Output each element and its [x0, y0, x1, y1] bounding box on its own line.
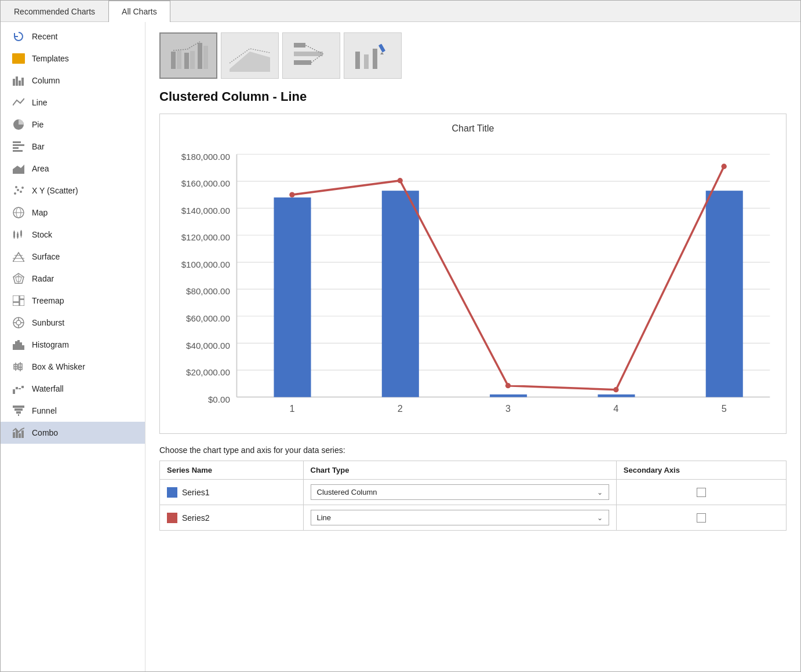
svg-rect-73 [294, 52, 323, 56]
svg-rect-55 [19, 388, 21, 389]
svg-text:$20,000.00: $20,000.00 [186, 367, 230, 377]
svg-marker-25 [13, 253, 24, 262]
svg-rect-74 [294, 43, 305, 48]
sidebar-label-stock: Stock [32, 230, 52, 239]
svg-rect-53 [13, 389, 15, 394]
line-point-2 [398, 178, 403, 183]
templates-icon [12, 52, 25, 65]
treemap-icon [12, 294, 25, 307]
svg-rect-60 [18, 414, 19, 416]
sidebar-item-sunburst[interactable]: Sunburst [1, 312, 145, 334]
sidebar-label-pie: Pie [32, 120, 43, 129]
svg-rect-54 [16, 387, 18, 389]
surface-icon [12, 250, 25, 263]
sidebar-item-map[interactable]: Map [1, 202, 145, 224]
svg-rect-46 [22, 345, 24, 350]
sidebar-label-sunburst: Sunburst [32, 318, 64, 327]
boxwhisker-icon [12, 360, 25, 373]
col-header-secondary-axis: Secondary Axis [616, 461, 786, 480]
svg-rect-57 [13, 406, 24, 408]
sidebar-item-waterfall[interactable]: Waterfall [1, 378, 145, 400]
combo-chart-svg: $180,000.00 $160,000.00 $140,000.00 $120… [169, 141, 777, 424]
sidebar-item-recent[interactable]: Recent [1, 25, 145, 48]
sidebar-item-boxwhisker[interactable]: Box & Whisker [1, 356, 145, 378]
area-icon [12, 162, 25, 175]
tab-recommended[interactable]: Recommended Charts [1, 1, 108, 22]
bar-s1-1 [274, 198, 311, 397]
sidebar-item-histogram[interactable]: Histogram [1, 334, 145, 356]
sidebar-item-line[interactable]: Line [1, 92, 145, 114]
thumb-stacked-area[interactable] [221, 32, 279, 79]
svg-marker-79 [380, 52, 384, 54]
series1-color-swatch [167, 487, 177, 498]
sidebar-label-waterfall: Waterfall [32, 384, 64, 393]
sidebar-label-area: Area [32, 164, 49, 173]
svg-rect-64 [21, 430, 24, 438]
sidebar-item-pie[interactable]: Pie [1, 114, 145, 136]
bar-s1-5 [706, 191, 743, 397]
tab-all-charts[interactable]: All Charts [108, 1, 170, 22]
sidebar-item-stock[interactable]: Stock [1, 224, 145, 246]
sidebar-item-scatter[interactable]: X Y (Scatter) [1, 180, 145, 202]
svg-rect-65 [171, 52, 176, 69]
sidebar-item-treemap[interactable]: Treemap [1, 290, 145, 312]
line-point-4 [613, 387, 618, 392]
thumbnail-bar [159, 32, 787, 79]
funnel-icon [12, 404, 25, 417]
series-row-2: Series2 Line ⌄ [160, 505, 787, 531]
series2-color-swatch [167, 513, 177, 523]
series2-secondary-axis-checkbox[interactable] [697, 513, 706, 523]
sidebar-item-templates[interactable]: Templates [1, 48, 145, 70]
svg-text:$120,000.00: $120,000.00 [181, 232, 230, 242]
sidebar-label-histogram: Histogram [32, 340, 69, 349]
bar-s1-3 [490, 395, 527, 397]
sidebar-label-boxwhisker: Box & Whisker [32, 362, 85, 371]
sidebar-label-surface: Surface [32, 252, 60, 261]
chart-type-title: Clustered Column - Line [159, 89, 787, 104]
line-icon [12, 96, 25, 109]
recent-icon [12, 30, 25, 43]
sidebar-item-funnel[interactable]: Funnel [1, 400, 145, 422]
chart-preview-box: Chart Title $180,000.00 $160,000.00 $140… [159, 114, 787, 434]
svg-text:5: 5 [722, 403, 727, 414]
svg-rect-7 [13, 144, 24, 146]
series2-name-cell: Series2 [167, 513, 296, 523]
scatter-icon [12, 184, 25, 197]
sidebar-label-scatter: X Y (Scatter) [32, 186, 78, 195]
column-icon [12, 74, 25, 87]
svg-point-12 [17, 189, 19, 191]
line-series2 [292, 166, 724, 389]
sidebar-label-templates: Templates [32, 54, 69, 63]
thumb-custom-combo[interactable] [344, 32, 402, 79]
sidebar-label-line: Line [32, 98, 47, 107]
thumb-bar-line[interactable] [282, 32, 340, 79]
series1-name-cell: Series1 [167, 487, 296, 498]
sidebar-label-treemap: Treemap [32, 296, 64, 305]
series1-secondary-axis-checkbox[interactable] [697, 488, 706, 497]
sidebar-item-combo[interactable]: Combo [1, 422, 145, 444]
svg-text:Series2: Series2 [481, 423, 511, 424]
svg-rect-68 [190, 51, 195, 69]
sidebar-item-area[interactable]: Area [1, 158, 145, 180]
svg-rect-58 [14, 408, 23, 411]
svg-rect-59 [16, 411, 21, 414]
sidebar-label-map: Map [32, 208, 48, 217]
svg-rect-43 [15, 341, 17, 350]
map-icon [12, 206, 25, 219]
sidebar-item-surface[interactable]: Surface [1, 246, 145, 268]
line-point-3 [505, 383, 511, 388]
svg-rect-3 [19, 81, 21, 86]
series2-name: Series2 [182, 513, 209, 523]
svg-marker-71 [230, 52, 270, 72]
sidebar-item-radar[interactable]: Radar [1, 268, 145, 290]
thumb-clustered-column-line[interactable] [159, 32, 217, 79]
svg-text:4: 4 [613, 403, 618, 414]
series1-chart-type-dropdown[interactable]: Clustered Column ⌄ [311, 484, 609, 500]
svg-text:$140,000.00: $140,000.00 [181, 206, 230, 216]
sidebar-item-column[interactable]: Column [1, 70, 145, 92]
svg-rect-1 [13, 79, 15, 86]
series2-chart-type-dropdown[interactable]: Line ⌄ [311, 510, 609, 525]
sunburst-icon [12, 316, 25, 329]
sidebar-item-bar[interactable]: Bar [1, 136, 145, 158]
svg-text:$100,000.00: $100,000.00 [181, 260, 230, 269]
